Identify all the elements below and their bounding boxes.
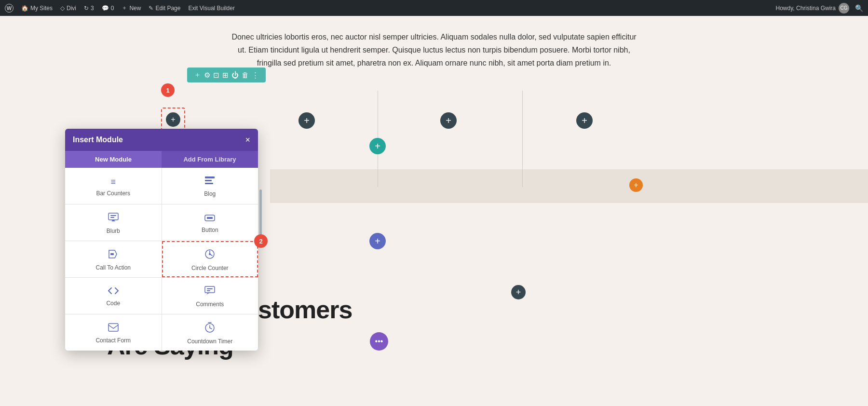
paragraph-text: Donec ultricies lobortis eros, nec aucto… <box>227 30 641 70</box>
svg-rect-13 <box>205 286 215 293</box>
insert-module-modal: Insert Module × New Module Add From Libr… <box>65 129 258 351</box>
pencil-icon: ✎ <box>149 5 153 12</box>
svg-rect-10 <box>110 253 114 255</box>
bar-counters-icon: ≡ <box>110 177 116 187</box>
module-button[interactable]: Button <box>162 204 258 241</box>
main-text-block: Donec ultricies lobortis eros, nec aucto… <box>217 26 651 75</box>
svg-rect-9 <box>207 217 213 219</box>
blog-icon <box>205 176 215 188</box>
module-grid: ≡ Bar Counters Blog Blurb <box>65 168 258 351</box>
admin-bar-right: Howdy, Christina Gwira CG 🔍 <box>776 3 863 14</box>
plus-button-2[interactable]: + <box>440 112 457 129</box>
svg-rect-6 <box>110 215 116 216</box>
step-badge-1: 1 <box>161 83 175 97</box>
blurb-label: Blurb <box>107 228 120 234</box>
toolbar-grid-icon[interactable]: ⊞ <box>222 71 229 80</box>
plus-button-teal[interactable]: + <box>369 138 386 154</box>
module-contact-form[interactable]: Contact Form <box>65 314 162 351</box>
module-comments[interactable]: Comments <box>162 278 258 314</box>
scrollbar-indicator <box>259 189 262 238</box>
plus-button-orange[interactable]: + <box>629 178 643 192</box>
svg-rect-14 <box>207 288 213 289</box>
my-sites-link[interactable]: 🏠 My Sites <box>21 5 53 12</box>
new-link[interactable]: ＋ New <box>122 4 141 12</box>
toolbar-copy-icon[interactable]: ⊡ <box>213 71 219 80</box>
comments-label: Comments <box>196 301 224 308</box>
blurb-icon <box>108 213 119 225</box>
modal-tabs: New Module Add From Library <box>65 151 258 168</box>
bar-counters-label: Bar Counters <box>96 190 130 197</box>
add-box-dashed[interactable]: + <box>161 108 185 132</box>
updates-link[interactable]: ↻ 3 <box>84 5 94 12</box>
module-code[interactable]: Code <box>65 278 162 314</box>
home-icon: 🏠 <box>21 5 28 12</box>
module-blog[interactable]: Blog <box>162 168 258 204</box>
svg-rect-16 <box>108 324 118 331</box>
search-icon[interactable]: 🔍 <box>855 4 863 12</box>
contact-form-icon <box>108 323 119 334</box>
module-call-to-action[interactable]: Call To Action <box>65 241 162 277</box>
contact-form-label: Contact Form <box>95 337 131 344</box>
exit-builder-link[interactable]: Exit Visual Builder <box>188 5 235 12</box>
svg-point-12 <box>209 253 211 255</box>
admin-user[interactable]: Howdy, Christina Gwira CG <box>776 3 849 14</box>
svg-rect-7 <box>110 217 114 218</box>
toolbar-power-icon[interactable]: ⏻ <box>231 71 239 79</box>
step-badge-2: 2 <box>254 234 268 248</box>
module-circle-counter[interactable]: Circle Counter <box>162 241 258 277</box>
button-icon <box>204 214 215 224</box>
toolbar-more-icon[interactable]: ⋮ <box>252 71 259 80</box>
button-label: Button <box>202 227 218 233</box>
avatar: CG <box>839 3 849 14</box>
comments-icon <box>204 286 215 298</box>
page-content: Donec ultricies lobortis eros, nec aucto… <box>0 16 868 406</box>
edit-page-link[interactable]: ✎ Edit Page <box>149 5 180 12</box>
circle-counter-icon <box>204 249 215 262</box>
modal-close-button[interactable]: × <box>245 135 250 144</box>
cta-icon <box>108 249 119 261</box>
toolbar-delete-icon[interactable]: 🗑 <box>242 71 249 79</box>
toolbar-settings-icon[interactable]: ⚙ <box>204 71 210 80</box>
tab-add-from-library[interactable]: Add From Library <box>162 151 258 168</box>
comments-icon: 💬 <box>102 5 109 12</box>
modal-title: Insert Module <box>73 135 123 144</box>
section-light-bg <box>270 169 868 203</box>
module-bar-counters[interactable]: ≡ Bar Counters <box>65 168 162 204</box>
add-module-button-main[interactable]: + <box>166 112 180 127</box>
plus-button-3[interactable]: + <box>576 112 593 129</box>
code-icon <box>108 287 119 297</box>
wp-logo[interactable]: W <box>5 4 14 13</box>
admin-bar: W 🏠 My Sites ◇ Divi ↻ 3 💬 0 ＋ New ✎ Edit… <box>0 0 868 16</box>
svg-rect-2 <box>205 176 215 178</box>
updates-icon: ↻ <box>84 5 89 12</box>
svg-text:W: W <box>7 5 12 11</box>
countdown-label: Countdown Timer <box>187 338 232 345</box>
module-countdown-timer[interactable]: Countdown Timer <box>162 314 258 351</box>
plus-new-icon: ＋ <box>122 4 127 12</box>
blog-label: Blog <box>204 190 216 197</box>
cta-label: Call To Action <box>96 264 131 271</box>
countdown-icon <box>204 322 215 335</box>
tab-new-module[interactable]: New Module <box>65 151 162 168</box>
comments-link[interactable]: 💬 0 <box>102 5 114 12</box>
code-label: Code <box>106 300 120 307</box>
svg-rect-15 <box>207 290 210 291</box>
svg-rect-3 <box>205 180 212 181</box>
svg-rect-5 <box>108 213 118 220</box>
svg-rect-4 <box>205 183 213 184</box>
toolbar-add-icon[interactable]: ＋ <box>194 70 201 80</box>
stomers-text: stomers <box>258 295 352 324</box>
modal-header: Insert Module × <box>65 129 258 151</box>
divi-icon: ◇ <box>60 5 65 12</box>
module-blurb[interactable]: Blurb <box>65 204 162 241</box>
divi-link[interactable]: ◇ Divi <box>60 5 76 12</box>
plus-button-blue[interactable]: + <box>369 233 386 249</box>
plus-button-1[interactable]: + <box>298 112 315 129</box>
dots-menu-button[interactable]: ••• <box>370 332 388 351</box>
circle-counter-label: Circle Counter <box>191 265 229 271</box>
plus-button-lower[interactable]: + <box>511 285 526 299</box>
section-toolbar: ＋ ⚙ ⊡ ⊞ ⏻ 🗑 ⋮ <box>187 68 266 82</box>
